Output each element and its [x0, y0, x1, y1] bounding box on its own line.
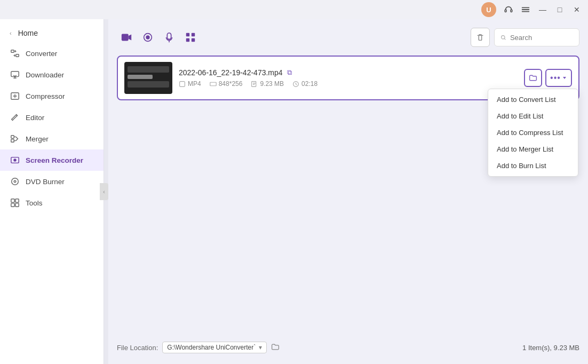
svg-rect-19: [122, 34, 129, 41]
dropdown-item-burn[interactable]: Add to Burn List: [488, 157, 578, 174]
converter-label: Converter: [26, 50, 57, 58]
footer-left: File Location: G:\Wondershare UniConvert…: [117, 342, 280, 353]
file-location-label: File Location:: [117, 344, 158, 352]
dropdown-item-compress[interactable]: Add to Compress List: [488, 124, 578, 141]
svg-rect-24: [186, 33, 189, 36]
svg-rect-6: [16, 54, 19, 57]
tools-icon: [10, 197, 20, 208]
sidebar-item-merger[interactable]: Merger: [0, 128, 104, 149]
dvd-burner-label: DVD Burner: [26, 178, 65, 186]
folder-action-btn[interactable]: [524, 69, 542, 87]
sidebar-item-compressor[interactable]: Compressor: [0, 85, 104, 107]
title-bar-icons: U — □ ✕: [481, 2, 582, 17]
title-bar: U — □ ✕: [0, 0, 588, 19]
toolbar-record-btn[interactable]: [138, 28, 157, 47]
svg-point-28: [502, 35, 505, 38]
svg-rect-31: [252, 81, 256, 86]
svg-marker-20: [129, 35, 132, 41]
sidebar-item-screen-recorder[interactable]: Screen Recorder: [0, 149, 104, 171]
delete-button[interactable]: [471, 28, 490, 47]
merger-icon: [10, 133, 20, 144]
svg-rect-25: [192, 33, 195, 36]
dropdown-item-merger[interactable]: Add to Merger List: [488, 141, 578, 157]
svg-rect-3: [522, 9, 529, 10]
compressor-label: Compressor: [26, 92, 65, 100]
toolbar-grid-btn[interactable]: [181, 28, 200, 47]
toolbar-audio-btn[interactable]: [160, 28, 179, 47]
dvd-burner-icon: [10, 176, 20, 187]
converter-icon: [10, 48, 20, 59]
sidebar-item-downloader[interactable]: Downloader: [0, 64, 104, 85]
downloader-label: Downloader: [26, 71, 64, 79]
search-box[interactable]: [494, 28, 579, 46]
file-actions: •••: [524, 69, 572, 87]
svg-point-12: [13, 159, 16, 161]
svg-rect-7: [11, 72, 19, 77]
svg-rect-30: [210, 82, 216, 86]
user-avatar-icon[interactable]: U: [481, 2, 496, 17]
tools-label: Tools: [26, 199, 43, 207]
minimize-icon[interactable]: —: [538, 5, 547, 14]
menu-icon[interactable]: [521, 5, 530, 14]
editor-label: Editor: [26, 114, 44, 122]
toolbar-video-btn[interactable]: [117, 28, 136, 47]
file-format: MP4: [179, 80, 201, 88]
svg-rect-29: [180, 81, 185, 86]
screen-recorder-icon: [10, 155, 20, 165]
svg-rect-16: [15, 199, 19, 202]
screen-recorder-label: Screen Recorder: [26, 156, 83, 164]
svg-rect-27: [192, 38, 195, 42]
svg-rect-26: [186, 38, 189, 42]
thumb-line-1: [128, 66, 169, 73]
chevron-left-icon: ‹: [10, 30, 12, 36]
dropdown-item-convert[interactable]: Add to Convert List: [488, 91, 578, 108]
svg-rect-5: [11, 50, 14, 53]
merger-label: Merger: [26, 135, 49, 143]
file-list: 2022-06-16_22-19-42-473.mp4 ⧉ MP4 848*25…: [117, 56, 579, 336]
svg-rect-18: [15, 203, 19, 207]
svg-rect-2: [522, 7, 529, 9]
svg-rect-17: [11, 203, 14, 207]
ellipsis-icon: •••: [550, 73, 561, 83]
downloader-icon: [10, 69, 20, 80]
file-item: 2022-06-16_22-19-42-473.mp4 ⧉ MP4 848*25…: [117, 56, 579, 100]
svg-rect-10: [11, 139, 14, 142]
file-duration: 02:18: [292, 80, 317, 88]
footer-folder-icon[interactable]: [271, 343, 280, 353]
sidebar-item-editor[interactable]: Editor: [0, 107, 104, 128]
dropdown-item-edit[interactable]: Add to Edit List: [488, 108, 578, 124]
toolbar: [117, 28, 579, 47]
footer-summary: 1 Item(s), 9.23 MB: [522, 344, 579, 352]
footer-location-value: G:\Wondershare UniConverter` ▾: [162, 342, 267, 353]
svg-rect-9: [11, 136, 14, 138]
compressor-icon: [10, 91, 20, 101]
dropdown-menu: Add to Convert List Add to Edit List Add…: [488, 89, 578, 177]
file-name: 2022-06-16_22-19-42-473.mp4: [179, 68, 283, 77]
file-name-row: 2022-06-16_22-19-42-473.mp4 ⧉: [179, 68, 518, 77]
sidebar: ‹ Home Converter Dow: [0, 19, 104, 364]
headset-icon[interactable]: [504, 5, 513, 14]
file-meta: MP4 848*256 9.23 MB 02:18: [179, 80, 518, 88]
close-icon[interactable]: ✕: [572, 5, 582, 14]
svg-point-13: [12, 178, 19, 185]
svg-point-22: [146, 35, 149, 39]
more-action-btn[interactable]: •••: [545, 69, 572, 87]
file-info: 2022-06-16_22-19-42-473.mp4 ⧉ MP4 848*25…: [179, 68, 518, 88]
svg-rect-15: [11, 199, 14, 202]
sidebar-collapse-handle[interactable]: ‹: [100, 183, 108, 200]
sidebar-home[interactable]: ‹ Home: [0, 23, 104, 43]
search-input[interactable]: [510, 34, 574, 42]
file-resolution: 848*256: [210, 80, 243, 88]
file-size: 9.23 MB: [251, 80, 284, 88]
sidebar-item-tools[interactable]: Tools: [0, 192, 104, 213]
sidebar-item-converter[interactable]: Converter: [0, 43, 104, 64]
file-open-icon[interactable]: ⧉: [287, 68, 292, 77]
svg-rect-0: [505, 10, 506, 12]
file-thumbnail: [124, 62, 172, 94]
main-content: 2022-06-16_22-19-42-473.mp4 ⧉ MP4 848*25…: [108, 19, 588, 364]
maximize-icon[interactable]: □: [555, 5, 565, 14]
footer: File Location: G:\Wondershare UniConvert…: [117, 336, 579, 355]
home-label: Home: [18, 29, 38, 37]
toolbar-icon-group: [117, 28, 200, 47]
sidebar-item-dvd-burner[interactable]: DVD Burner: [0, 171, 104, 192]
